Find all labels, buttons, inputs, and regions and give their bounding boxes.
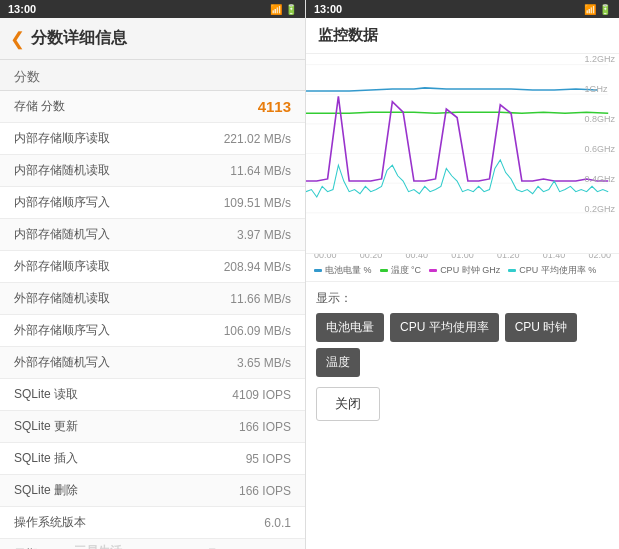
y-label: 0.2GHz: [584, 204, 615, 214]
legend-label: CPU 时钟 GHz: [440, 264, 500, 277]
table-row: 外部存储顺序读取 208.94 MB/s: [0, 251, 305, 283]
row-value: 109.51 MB/s: [224, 196, 291, 210]
table-row: 外部存储随机写入 3.65 MB/s: [0, 347, 305, 379]
left-status-bar: 13:00 📶 🔋: [0, 0, 305, 18]
y-label: 0.6GHz: [584, 144, 615, 154]
left-panel: 13:00 📶 🔋 ❮ 分数详细信息 分数 存储 分数 4113内部存储顺序读取…: [0, 0, 305, 549]
wifi-icon-r: 📶: [584, 4, 596, 15]
legend-color: [429, 269, 437, 272]
y-label: 0.8GHz: [584, 114, 615, 124]
legend-item: CPU 平均使用率 %: [508, 264, 596, 277]
legend-label: CPU 平均使用率 %: [519, 264, 596, 277]
row-label: 操作系统版本: [14, 514, 264, 531]
right-status-icons: 📶 🔋: [584, 4, 611, 15]
left-header: ❮ 分数详细信息: [0, 18, 305, 60]
row-label: 内部存储随机读取: [14, 162, 230, 179]
row-value: 166 IOPS: [239, 420, 291, 434]
row-label: 外部存储顺序读取: [14, 258, 224, 275]
legend-item: 温度 °C: [380, 264, 422, 277]
row-value: 4109 IOPS: [232, 388, 291, 402]
legend-color: [314, 269, 322, 272]
row-value: 4113: [258, 98, 291, 115]
y-label: 0.4GHz: [584, 174, 615, 184]
row-label: 内部存储顺序写入: [14, 194, 224, 211]
row-label: 外部存储随机读取: [14, 290, 230, 307]
row-value: 3.97 MB/s: [237, 228, 291, 242]
row-label: 外部存储顺序写入: [14, 322, 224, 339]
left-watermark: 三易生活: [60, 541, 305, 549]
legend-color: [508, 269, 516, 272]
table-row: 操作系统版本 6.0.1: [0, 507, 305, 539]
back-icon[interactable]: ❮: [10, 28, 25, 50]
table-row: 存储 分数 4113: [0, 91, 305, 123]
legend-label: 电池电量 %: [325, 264, 372, 277]
legend-color: [380, 269, 388, 272]
left-status-icons: 📶 🔋: [270, 4, 297, 15]
display-toggle-button[interactable]: 温度: [316, 348, 360, 377]
display-toggle-button[interactable]: 电池电量: [316, 313, 384, 342]
table-row: 内部存储顺序读取 221.02 MB/s: [0, 123, 305, 155]
row-value: 11.66 MB/s: [230, 292, 291, 306]
display-section: 显示： 电池电量CPU 平均使用率CPU 时钟温度 关闭: [306, 281, 619, 429]
table-row: 内部存储顺序写入 109.51 MB/s: [0, 187, 305, 219]
table-row: 内部存储随机写入 3.97 MB/s: [0, 219, 305, 251]
table-row: 外部存储随机读取 11.66 MB/s: [0, 283, 305, 315]
table-row: 外部存储顺序写入 106.09 MB/s: [0, 315, 305, 347]
table-row: SQLite 插入 95 IOPS: [0, 443, 305, 475]
battery-icon: 🔋: [285, 4, 297, 15]
display-toggle-button[interactable]: CPU 平均使用率: [390, 313, 499, 342]
chart-y-labels: 1.2GHz1GHz0.8GHz0.6GHz0.4GHz0.2GHz: [584, 54, 615, 214]
row-value: 166 IOPS: [239, 484, 291, 498]
row-value: 208.94 MB/s: [224, 260, 291, 274]
row-label: SQLite 读取: [14, 386, 232, 403]
row-label: SQLite 更新: [14, 418, 239, 435]
close-button[interactable]: 关闭: [316, 387, 380, 421]
row-label: SQLite 删除: [14, 482, 239, 499]
left-title: 分数详细信息: [31, 28, 127, 49]
table-row: SQLite 更新 166 IOPS: [0, 411, 305, 443]
chart-legend: 电池电量 % 温度 °C CPU 时钟 GHz CPU 平均使用率 %: [306, 260, 619, 281]
data-table: 存储 分数 4113内部存储顺序读取 221.02 MB/s内部存储随机读取 1…: [0, 91, 305, 549]
section-label: 分数: [0, 60, 305, 91]
row-value: 3.65 MB/s: [237, 356, 291, 370]
right-status-bar: 13:00 📶 🔋: [306, 0, 619, 18]
row-label: 内部存储顺序读取: [14, 130, 224, 147]
battery-icon-r: 🔋: [599, 4, 611, 15]
chart-svg: [306, 54, 619, 234]
table-row: SQLite 读取 4109 IOPS: [0, 379, 305, 411]
table-row: SQLite 删除 166 IOPS: [0, 475, 305, 507]
chart-area: 1.2GHz1GHz0.8GHz0.6GHz0.4GHz0.2GHz: [306, 54, 619, 254]
display-toggle-button[interactable]: CPU 时钟: [505, 313, 578, 342]
row-value: 95 IOPS: [246, 452, 291, 466]
legend-item: 电池电量 %: [314, 264, 372, 277]
wifi-icon: 📶: [270, 4, 282, 15]
right-time: 13:00: [314, 3, 342, 15]
row-value: 221.02 MB/s: [224, 132, 291, 146]
y-label: 1GHz: [584, 84, 615, 94]
legend-item: CPU 时钟 GHz: [429, 264, 500, 277]
table-row: 内部存储随机读取 11.64 MB/s: [0, 155, 305, 187]
row-label: SQLite 插入: [14, 450, 246, 467]
display-label: 显示：: [316, 290, 609, 307]
row-label: 内部存储随机写入: [14, 226, 237, 243]
row-value: 6.0.1: [264, 516, 291, 530]
display-buttons[interactable]: 电池电量CPU 平均使用率CPU 时钟温度: [316, 313, 609, 377]
row-value: 106.09 MB/s: [224, 324, 291, 338]
right-title: 监控数据: [306, 18, 619, 54]
y-label: 1.2GHz: [584, 54, 615, 64]
legend-label: 温度 °C: [391, 264, 422, 277]
left-time: 13:00: [8, 3, 36, 15]
right-panel: 13:00 📶 🔋 监控数据 1.2GHz1GHz0.8GHz0.6GHz0.4…: [305, 0, 619, 549]
row-label: 外部存储随机写入: [14, 354, 237, 371]
row-value: 11.64 MB/s: [230, 164, 291, 178]
row-label: 存储 分数: [14, 98, 258, 115]
